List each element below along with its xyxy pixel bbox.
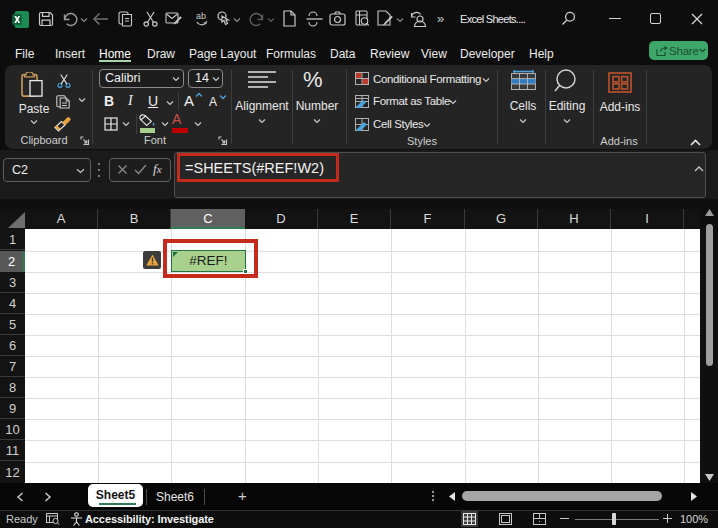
svg-text:ab: ab: [196, 11, 206, 21]
